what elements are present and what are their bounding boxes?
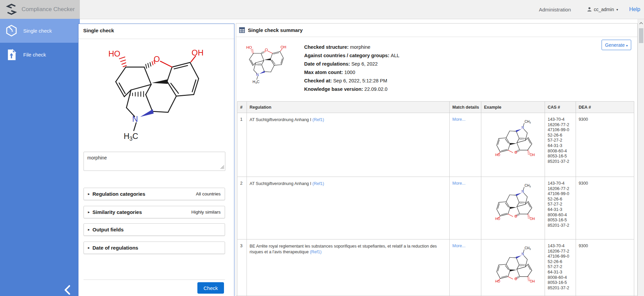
accordion-label: Date of regulations [93,245,138,251]
example-structure-image: HO O OH N CH3 [484,244,541,289]
col-match-details: Match details [450,102,481,113]
checked-structure-thumbnail: HO O OH N H3C [240,41,296,85]
svg-text:CH3: CH3 [524,120,530,124]
regulation-text: AT Suchtgiftverordnung Anhang I [250,181,311,186]
chevron-right-icon: ▸ [88,192,90,196]
accordion-date-of-regulations[interactable]: ▸ Date of regulations [84,242,225,254]
administration-link[interactable]: Administration [539,0,571,19]
help-link[interactable]: Help [629,0,640,19]
accordion-value: Highly similars [191,210,221,215]
structure-editor-canvas[interactable]: HO O OH N H3C [94,38,228,145]
svg-text:O: O [514,277,517,281]
row-num: 2 [237,177,247,239]
example-structure-image: HO O OH N CH3 [484,117,541,162]
col-cas: CAS # [545,102,576,113]
col-regulation: Regulation [247,102,450,113]
panel-title: Single check [83,28,114,33]
atom-label: O [154,55,160,64]
svg-text:O: O [265,48,268,52]
cas-list: 143-70-416206-77-247106-99-052-26-657-27… [548,117,573,164]
row-num: 3 [237,239,247,296]
summary-field: Checked at:Sep 6, 2022, 5:12:28 PM [304,78,399,83]
col-num: # [237,102,247,113]
col-example: Example [481,102,545,113]
svg-text:OH: OH [281,45,286,49]
summary-header: Single check summary [236,24,637,37]
example-structure-cell: HO O OH N CH3 [481,177,545,239]
atom-label: HO [108,49,120,58]
sidebar-collapse-button[interactable] [63,285,73,295]
summary-field: Max atom count:1000 [304,70,399,75]
summary-field: Checked structure:morphine [304,44,399,50]
sidebar-item-label: File check [23,52,46,58]
svg-text:HO: HO [495,217,500,221]
svg-text:OH: OH [530,153,535,157]
generate-caret-icon: ▾ [626,44,628,47]
svg-text:H3C: H3C [253,80,260,85]
user-icon [587,7,592,12]
col-dea: DEA # [576,102,634,113]
results-table: # Regulation Match details Example CAS #… [237,101,634,296]
vertical-scrollbar[interactable] [638,19,644,296]
summary-table-icon [239,27,245,33]
sidebar-item-label: Single check [23,28,52,34]
svg-text:N: N [521,190,524,193]
generate-button[interactable]: Generate▾ [602,40,631,50]
user-menu[interactable]: cc_admin ▾ [587,0,618,19]
chevron-left-icon [63,285,72,295]
structure-name-input[interactable] [84,152,225,171]
cas-list: 143-70-416206-77-247106-99-052-26-657-27… [548,244,573,291]
accordion-label: Similarity categories [93,209,142,215]
row-num: 1 [237,113,247,177]
more-link[interactable]: More... [452,244,465,248]
example-structure-image: HO O OH N CH3 [484,181,541,226]
atom-label: N [132,115,138,123]
scrollbar-thumb[interactable] [639,28,643,43]
logo-area: Compliance Checker [0,0,80,19]
accordion-regulation-categories[interactable]: ▸ Regulation categories All countries [84,188,225,200]
sidebar-item-single-check[interactable]: Single check [0,19,80,43]
example-structure-cell: HO O OH N CH3 [481,113,545,177]
scroll-up-icon[interactable] [639,21,643,26]
single-check-icon [4,24,19,38]
table-header-row: # Regulation Match details Example CAS #… [237,102,634,113]
svg-text:OH: OH [530,280,535,283]
accordion-value: All countries [196,191,221,196]
dea-number: 9300 [576,113,634,177]
cas-list: 143-70-416206-77-247106-99-052-26-657-27… [548,181,573,228]
chevron-right-icon: ▸ [88,210,90,214]
dea-number: 9300 [576,239,634,296]
sidebar-item-file-check[interactable]: File check [0,43,80,67]
accordion-output-fields[interactable]: ▸ Output fields [84,223,225,236]
dea-number: 9300 [576,177,634,239]
svg-text:O: O [514,215,517,218]
summary-fields: Checked structure:morphine Against count… [304,44,399,92]
ref-link[interactable]: (Ref1) [312,181,324,186]
svg-text:CH3: CH3 [524,184,530,188]
regulation-text: AT Suchtgiftverordnung Anhang I [250,117,311,122]
table-row: 1 AT Suchtgiftverordnung Anhang I (Ref1)… [237,113,634,177]
svg-text:HO: HO [246,45,252,49]
app-logo-icon [5,3,18,15]
accordion-similarity-categories[interactable]: ▸ Similarity categories Highly similars [84,206,225,218]
accordion-label: Regulation categories [93,191,146,197]
summary-field: Against countries / category groups:ALL [304,53,399,58]
check-button[interactable]: Check [197,282,224,294]
accordion-label: Output fields [93,227,124,232]
summary-title: Single check summary [248,27,303,33]
more-link[interactable]: More... [452,117,465,122]
table-row: 3 BE Arrête royal reglementant les subst… [237,239,634,296]
compliance-checker-app: { "topbar": { "app_title": "Compliance C… [0,0,644,296]
chevron-right-icon: ▸ [88,227,90,232]
svg-text:CH3: CH3 [524,246,530,250]
example-structure-cell: HO O OH N CH3 [481,239,545,296]
more-link[interactable]: More... [452,181,465,186]
ref-link[interactable]: (Ref1) [310,250,322,254]
svg-text:N: N [256,73,259,77]
ref-link[interactable]: (Ref1) [312,117,324,122]
table-row: 2 AT Suchtgiftverordnung Anhang I (Ref1)… [237,177,634,239]
user-menu-caret-icon: ▾ [616,8,618,11]
svg-text:HO: HO [495,280,500,283]
summary-field: Knowledge base version:22.09.02.0 [304,86,399,92]
summary-field: Date of regulations:Sep 6, 2022 [304,61,399,67]
